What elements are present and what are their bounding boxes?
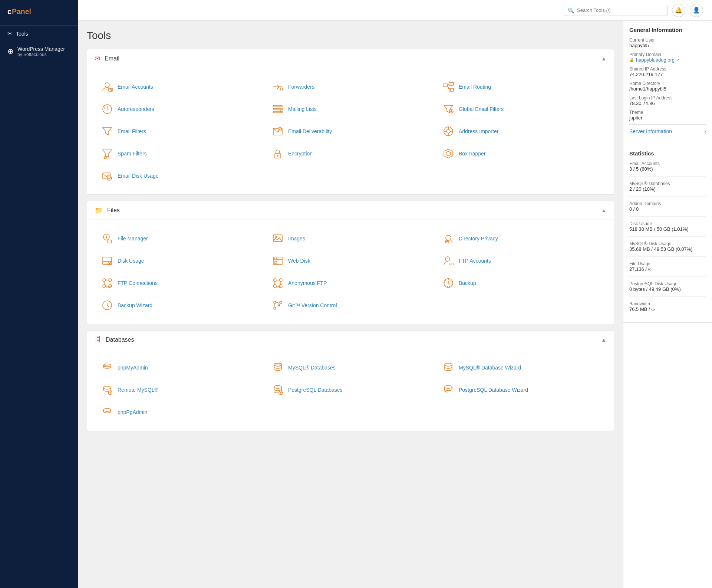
email-section-label: Email xyxy=(105,55,119,62)
tool-email-filters[interactable]: Email Filters xyxy=(95,120,265,142)
spam-filters-icon xyxy=(100,147,114,160)
bell-icon: 🔔 xyxy=(675,7,682,14)
encryption-icon xyxy=(271,147,284,160)
theme-row: Theme jupiter xyxy=(629,110,706,121)
mysql-databases-label: MySQL® Databases xyxy=(288,365,336,371)
tool-phpmyadmin[interactable]: php phpMyAdmin xyxy=(95,357,265,379)
tool-backup-wizard[interactable]: Backup Wizard xyxy=(95,294,265,316)
stat-value: 27,136 / ∞ xyxy=(629,266,706,272)
stat-row: PostgreSQL Disk Usage 0 bytes / 49.49 GB… xyxy=(629,281,706,297)
current-user-value: happybl5 xyxy=(629,43,706,48)
tool-email-deliverability[interactable]: Email Deliverability xyxy=(265,120,436,142)
svg-point-58 xyxy=(276,258,277,259)
search-input[interactable] xyxy=(577,7,663,13)
tool-mysql-databases[interactable]: MySQL® Databases xyxy=(265,357,436,379)
general-info-title: General Information xyxy=(629,27,706,33)
git-version-control-label: Git™ Version Control xyxy=(288,302,337,308)
search-icon: 🔍 xyxy=(568,7,574,13)
tool-backup[interactable]: Backup xyxy=(436,272,606,294)
tool-git-version-control[interactable]: Git™ Version Control xyxy=(265,294,436,316)
databases-section-header[interactable]: 🗄 Databases ▲ xyxy=(87,331,614,349)
email-section-header[interactable]: ✉ Email ▲ xyxy=(87,49,614,68)
files-section-header[interactable]: 📁 Files ▲ xyxy=(87,201,614,220)
web-disk-label: Web Disk xyxy=(288,258,310,264)
tool-web-disk[interactable]: Web Disk xyxy=(265,250,436,272)
tool-directory-privacy[interactable]: Directory Privacy xyxy=(436,227,606,250)
tool-remote-mysql[interactable]: Remote MySQL® xyxy=(95,379,265,401)
sidebar-tools-label: Tools xyxy=(16,31,28,37)
tool-mailing-lists[interactable]: Mailing Lists xyxy=(265,98,436,120)
svg-point-36 xyxy=(104,157,106,159)
svg-marker-39 xyxy=(444,149,453,158)
shared-ip-value: 74.220.219.177 xyxy=(629,72,706,77)
svg-point-63 xyxy=(103,285,106,288)
svg-point-47 xyxy=(446,235,451,240)
email-deliverability-label: Email Deliverability xyxy=(288,128,332,134)
tool-anonymous-ftp[interactable]: FTP Anonymous FTP xyxy=(265,272,436,294)
phppgadmin-icon xyxy=(100,405,114,419)
tool-forwarders[interactable]: Forwarders xyxy=(265,76,436,98)
sidebar-item-tools[interactable]: ✂ Tools xyxy=(0,26,78,42)
tool-postgresql-databases[interactable]: PostgreSQL Databases xyxy=(265,379,436,401)
files-section: 📁 Files ▲ xyxy=(87,201,614,324)
stat-value: 76.5 MB / ∞ xyxy=(629,306,706,312)
tool-images[interactable]: Images xyxy=(265,227,436,250)
tool-address-importer[interactable]: Address Importer xyxy=(436,120,606,142)
cpanel-logo: c Panel xyxy=(0,0,78,26)
spam-filters-label: Spam Filters xyxy=(118,151,147,157)
stat-row: File Usage 27,136 / ∞ xyxy=(629,261,706,277)
tool-boxtrapper[interactable]: BoxTrapper xyxy=(436,142,606,165)
tool-autoresponders[interactable]: Autoresponders xyxy=(95,98,265,120)
search-box[interactable]: 🔍 xyxy=(564,5,668,16)
tool-email-accounts[interactable]: Email Accounts xyxy=(95,76,265,98)
remote-mysql-icon xyxy=(100,383,114,397)
tool-mysql-database-wizard[interactable]: MySQL® Database Wizard xyxy=(436,357,606,379)
svg-point-97 xyxy=(445,385,452,388)
tool-file-manager[interactable]: File Manager xyxy=(95,227,265,250)
svg-point-68 xyxy=(273,279,276,282)
email-deliverability-icon xyxy=(271,125,284,138)
primary-domain-label: Primary Domain xyxy=(629,52,706,57)
tool-postgresql-database-wizard[interactable]: PostgreSQL Database Wizard xyxy=(436,379,606,401)
tool-disk-usage[interactable]: Disk Usage xyxy=(95,250,265,272)
tool-phppgadmin[interactable]: phpPgAdmin xyxy=(95,401,265,423)
primary-domain-value[interactable]: 🔒 happybluedog.org ↗ xyxy=(629,57,706,63)
notifications-button[interactable]: 🔔 xyxy=(672,4,685,17)
tool-email-disk-usage[interactable]: Email Disk Usage xyxy=(95,165,265,187)
forwarders-label: Forwarders xyxy=(288,84,314,90)
right-panel: General Information Current User happybl… xyxy=(623,21,712,588)
stat-label: Addon Domains xyxy=(629,201,706,206)
primary-domain-text: happybluedog.org xyxy=(636,57,675,63)
databases-section-icon: 🗄 xyxy=(95,336,101,344)
sidebar-item-wordpress[interactable]: ⊕ WordPress Manager by Softaculous xyxy=(0,42,78,62)
phpmyadmin-label: phpMyAdmin xyxy=(118,365,148,371)
email-tools-grid: Email Accounts Forwarders xyxy=(87,68,614,194)
theme-value: jupiter xyxy=(629,115,706,121)
tools-main: Tools ✉ Email ▲ xyxy=(78,21,623,588)
server-info-link[interactable]: Server Information › xyxy=(629,124,706,138)
tool-ftp-accounts[interactable]: FTP FTP Accounts xyxy=(436,250,606,272)
disk-usage-icon xyxy=(100,254,114,267)
tool-ftp-connections[interactable]: FTP FTP Connections xyxy=(95,272,265,294)
wp-icon: ⊕ xyxy=(7,47,14,56)
email-accounts-label: Email Accounts xyxy=(118,84,153,90)
stat-value: 2 / 20 (10%) xyxy=(629,186,706,192)
tool-email-routing[interactable]: Email Routing xyxy=(436,76,606,98)
ftp-accounts-icon: FTP xyxy=(442,254,455,267)
mailing-lists-label: Mailing Lists xyxy=(288,106,317,112)
svg-point-88 xyxy=(274,363,281,366)
tool-global-email-filters[interactable]: Global Email Filters xyxy=(436,98,606,120)
file-manager-icon xyxy=(100,232,114,245)
tool-spam-filters[interactable]: Spam Filters xyxy=(95,142,265,165)
address-importer-icon xyxy=(442,125,455,138)
anonymous-ftp-icon: FTP xyxy=(271,276,284,290)
user-menu-button[interactable]: 👤 xyxy=(690,4,703,17)
stat-value: 35.68 MB / 49.53 GB (0.07%) xyxy=(629,246,706,252)
backup-label: Backup xyxy=(459,280,476,286)
tool-encryption[interactable]: Encryption xyxy=(265,142,436,165)
statistics-title: Statistics xyxy=(629,150,706,157)
general-info-section: General Information Current User happybl… xyxy=(623,21,712,144)
stat-row: Bandwidth 76.5 MB / ∞ xyxy=(629,301,706,316)
email-routing-icon xyxy=(442,80,455,93)
files-section-label: Files xyxy=(107,207,120,214)
